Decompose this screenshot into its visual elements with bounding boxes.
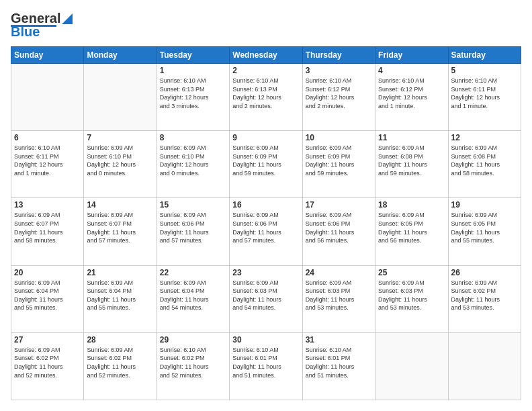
day-info: Sunrise: 6:10 AM Sunset: 6:11 PM Dayligh… [14, 144, 81, 177]
calendar-cell: 5Sunrise: 6:10 AM Sunset: 6:11 PM Daylig… [448, 64, 521, 131]
day-info: Sunrise: 6:09 AM Sunset: 6:04 PM Dayligh… [160, 279, 226, 312]
day-number: 7 [87, 133, 153, 142]
svg-marker-0 [62, 13, 73, 24]
day-info: Sunrise: 6:09 AM Sunset: 6:06 PM Dayligh… [306, 211, 372, 244]
day-info: Sunrise: 6:10 AM Sunset: 6:01 PM Dayligh… [232, 346, 299, 379]
calendar-cell: 30Sunrise: 6:10 AM Sunset: 6:01 PM Dayli… [230, 332, 302, 400]
day-info: Sunrise: 6:10 AM Sunset: 6:11 PM Dayligh… [451, 77, 518, 110]
calendar-header-row: SundayMondayTuesdayWednesdayThursdayFrid… [11, 47, 521, 64]
calendar-cell: 18Sunrise: 6:09 AM Sunset: 6:05 PM Dayli… [375, 198, 448, 265]
calendar-cell: 11Sunrise: 6:09 AM Sunset: 6:08 PM Dayli… [375, 131, 448, 198]
calendar-col-monday: Monday [84, 47, 157, 64]
page: General Blue SundayMondayTuesdayWednesda… [0, 0, 532, 411]
calendar-cell [11, 64, 84, 131]
calendar-cell: 13Sunrise: 6:09 AM Sunset: 6:07 PM Dayli… [11, 198, 84, 265]
day-info: Sunrise: 6:09 AM Sunset: 6:06 PM Dayligh… [160, 211, 226, 244]
day-info: Sunrise: 6:09 AM Sunset: 6:07 PM Dayligh… [14, 211, 81, 244]
calendar-week-2: 6Sunrise: 6:10 AM Sunset: 6:11 PM Daylig… [11, 131, 521, 198]
day-number: 2 [232, 66, 299, 75]
day-info: Sunrise: 6:09 AM Sunset: 6:02 PM Dayligh… [451, 279, 518, 312]
day-info: Sunrise: 6:09 AM Sunset: 6:10 PM Dayligh… [160, 144, 226, 177]
day-number: 5 [451, 66, 518, 75]
day-info: Sunrise: 6:10 AM Sunset: 6:13 PM Dayligh… [232, 77, 299, 110]
day-number: 31 [306, 335, 372, 345]
calendar-cell [375, 332, 448, 400]
calendar-col-tuesday: Tuesday [157, 47, 229, 64]
day-number: 27 [14, 335, 81, 345]
calendar-cell: 17Sunrise: 6:09 AM Sunset: 6:06 PM Dayli… [302, 198, 375, 265]
day-number: 28 [87, 335, 153, 345]
calendar-cell: 24Sunrise: 6:09 AM Sunset: 6:03 PM Dayli… [302, 265, 375, 332]
calendar-col-friday: Friday [375, 47, 448, 64]
calendar-week-3: 13Sunrise: 6:09 AM Sunset: 6:07 PM Dayli… [11, 198, 521, 265]
calendar-cell: 12Sunrise: 6:09 AM Sunset: 6:08 PM Dayli… [448, 131, 521, 198]
day-number: 20 [14, 268, 81, 277]
day-info: Sunrise: 6:09 AM Sunset: 6:02 PM Dayligh… [14, 346, 81, 379]
day-info: Sunrise: 6:09 AM Sunset: 6:05 PM Dayligh… [451, 211, 518, 244]
calendar-cell: 22Sunrise: 6:09 AM Sunset: 6:04 PM Dayli… [157, 265, 229, 332]
calendar-col-sunday: Sunday [11, 47, 84, 64]
calendar-cell: 28Sunrise: 6:09 AM Sunset: 6:02 PM Dayli… [84, 332, 157, 400]
day-number: 1 [160, 66, 226, 75]
calendar-cell: 21Sunrise: 6:09 AM Sunset: 6:04 PM Dayli… [84, 265, 157, 332]
day-info: Sunrise: 6:09 AM Sunset: 6:03 PM Dayligh… [378, 279, 445, 312]
day-number: 29 [160, 335, 226, 345]
day-number: 3 [306, 66, 372, 75]
calendar-cell: 6Sunrise: 6:10 AM Sunset: 6:11 PM Daylig… [11, 131, 84, 198]
calendar-cell: 25Sunrise: 6:09 AM Sunset: 6:03 PM Dayli… [375, 265, 448, 332]
day-number: 26 [451, 268, 518, 277]
calendar-week-4: 20Sunrise: 6:09 AM Sunset: 6:04 PM Dayli… [11, 265, 521, 332]
day-info: Sunrise: 6:09 AM Sunset: 6:10 PM Dayligh… [87, 144, 153, 177]
calendar-cell: 7Sunrise: 6:09 AM Sunset: 6:10 PM Daylig… [84, 131, 157, 198]
calendar-table: SundayMondayTuesdayWednesdayThursdayFrid… [11, 46, 521, 400]
calendar-week-5: 27Sunrise: 6:09 AM Sunset: 6:02 PM Dayli… [11, 332, 521, 400]
day-number: 30 [232, 335, 299, 345]
calendar-cell: 2Sunrise: 6:10 AM Sunset: 6:13 PM Daylig… [230, 64, 302, 131]
day-number: 13 [14, 200, 81, 210]
calendar-cell: 4Sunrise: 6:10 AM Sunset: 6:12 PM Daylig… [375, 64, 448, 131]
calendar-cell [84, 64, 157, 131]
day-info: Sunrise: 6:09 AM Sunset: 6:04 PM Dayligh… [14, 279, 81, 312]
calendar-cell: 14Sunrise: 6:09 AM Sunset: 6:07 PM Dayli… [84, 198, 157, 265]
day-info: Sunrise: 6:09 AM Sunset: 6:04 PM Dayligh… [87, 279, 153, 312]
calendar-cell: 23Sunrise: 6:09 AM Sunset: 6:03 PM Dayli… [230, 265, 302, 332]
calendar-cell: 10Sunrise: 6:09 AM Sunset: 6:09 PM Dayli… [302, 131, 375, 198]
day-number: 25 [378, 268, 445, 277]
day-info: Sunrise: 6:09 AM Sunset: 6:05 PM Dayligh… [378, 211, 445, 244]
day-number: 8 [160, 133, 226, 142]
day-info: Sunrise: 6:09 AM Sunset: 6:08 PM Dayligh… [451, 144, 518, 177]
day-number: 21 [87, 268, 153, 277]
logo: General Blue [11, 11, 74, 40]
day-number: 10 [306, 133, 372, 142]
day-info: Sunrise: 6:09 AM Sunset: 6:09 PM Dayligh… [232, 144, 299, 177]
calendar-cell: 20Sunrise: 6:09 AM Sunset: 6:04 PM Dayli… [11, 265, 84, 332]
day-info: Sunrise: 6:09 AM Sunset: 6:07 PM Dayligh… [87, 211, 153, 244]
day-number: 22 [160, 268, 226, 277]
calendar-cell: 19Sunrise: 6:09 AM Sunset: 6:05 PM Dayli… [448, 198, 521, 265]
day-info: Sunrise: 6:09 AM Sunset: 6:06 PM Dayligh… [232, 211, 299, 244]
day-number: 19 [451, 200, 518, 210]
day-number: 23 [232, 268, 299, 277]
calendar-cell [448, 332, 521, 400]
calendar-cell: 1Sunrise: 6:10 AM Sunset: 6:13 PM Daylig… [157, 64, 229, 131]
calendar-cell: 15Sunrise: 6:09 AM Sunset: 6:06 PM Dayli… [157, 198, 229, 265]
calendar-col-thursday: Thursday [302, 47, 375, 64]
day-info: Sunrise: 6:10 AM Sunset: 6:02 PM Dayligh… [160, 346, 226, 379]
calendar-cell: 3Sunrise: 6:10 AM Sunset: 6:12 PM Daylig… [302, 64, 375, 131]
day-number: 12 [451, 133, 518, 142]
calendar-cell: 27Sunrise: 6:09 AM Sunset: 6:02 PM Dayli… [11, 332, 84, 400]
day-info: Sunrise: 6:09 AM Sunset: 6:09 PM Dayligh… [306, 144, 372, 177]
day-info: Sunrise: 6:09 AM Sunset: 6:03 PM Dayligh… [232, 279, 299, 312]
day-number: 16 [232, 200, 299, 210]
day-number: 24 [306, 268, 372, 277]
day-number: 18 [378, 200, 445, 210]
day-info: Sunrise: 6:09 AM Sunset: 6:02 PM Dayligh… [87, 346, 153, 379]
calendar-cell: 31Sunrise: 6:10 AM Sunset: 6:01 PM Dayli… [302, 332, 375, 400]
calendar-col-saturday: Saturday [448, 47, 521, 64]
calendar-cell: 8Sunrise: 6:09 AM Sunset: 6:10 PM Daylig… [157, 131, 229, 198]
day-number: 15 [160, 200, 226, 210]
day-number: 11 [378, 133, 445, 142]
day-info: Sunrise: 6:09 AM Sunset: 6:08 PM Dayligh… [378, 144, 445, 177]
day-number: 17 [306, 200, 372, 210]
day-info: Sunrise: 6:09 AM Sunset: 6:03 PM Dayligh… [306, 279, 372, 312]
